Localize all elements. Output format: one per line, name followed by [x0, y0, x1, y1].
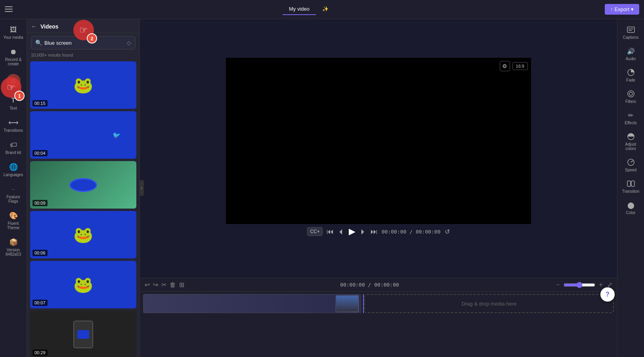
- search-icon: 🔍: [35, 40, 42, 46]
- sidebar-item-transitions[interactable]: ⟷ Transitions: [2, 115, 25, 136]
- sidebar-item-graphics[interactable]: G: [2, 71, 25, 91]
- color-icon: ⬤: [627, 201, 635, 209]
- redo-tl-button[interactable]: ↪: [153, 281, 158, 289]
- video-settings-button[interactable]: ⚙: [500, 61, 510, 71]
- right-tool-transition[interactable]: Transition: [619, 176, 643, 197]
- speed-icon: [627, 158, 635, 167]
- your-media-icon: 🖼: [9, 25, 18, 34]
- right-tool-adjust-colors[interactable]: Adjust colors: [619, 129, 643, 154]
- feature-flags-icon: ···: [9, 185, 18, 194]
- frog-emoji-1: 🐸: [73, 76, 93, 95]
- svg-rect-8: [627, 181, 631, 186]
- brand-kit-icon: 🏷: [9, 141, 18, 149]
- thumbnail-item[interactable]: 🐸 00:07: [30, 261, 136, 308]
- sidebar-item-version[interactable]: 📦 Version 8482a53: [2, 235, 25, 260]
- zoom-slider[interactable]: [564, 282, 595, 288]
- add-to-timeline-button[interactable]: ⊞: [179, 281, 184, 289]
- captions-icon: [627, 25, 635, 34]
- help-button-container: ?: [600, 287, 615, 302]
- menu-icon[interactable]: [5, 6, 13, 13]
- thumb-duration-1: 00:15: [32, 100, 48, 106]
- export-dropdown-icon: ▾: [631, 6, 634, 12]
- timeline-toolbar: ↩ ↪ ✂ 🗑 ⊞ 00:00:00 / 00:00:00 － ＋ ⤢: [140, 278, 617, 292]
- video-preview: ⚙ 16:9 CC+ ⏮ ⏴ ▶ ⏵ ⏭ 00:00:00 / 00:00:00…: [140, 19, 617, 278]
- frog-emoji-2: 🐸: [73, 226, 93, 244]
- step-forward-button[interactable]: ⏵: [359, 228, 367, 236]
- track-clip[interactable]: [143, 294, 361, 313]
- sidebar-item-fluent-theme[interactable]: 🎨 Fluent Theme: [2, 208, 25, 233]
- export-icon: ↑: [610, 6, 613, 12]
- search-bar: 🔍 ◇: [31, 36, 136, 49]
- tab-my-video[interactable]: My video: [283, 4, 316, 15]
- tab-ai-magic[interactable]: ✨: [316, 4, 335, 15]
- back-arrow-icon: ←: [31, 23, 37, 30]
- sidebar-item-text[interactable]: T Text: [2, 93, 25, 114]
- right-tool-filters[interactable]: Filters: [619, 86, 643, 107]
- right-tool-speed[interactable]: Speed: [619, 155, 643, 175]
- thumbnail-item[interactable]: 🐸 00:15: [30, 61, 136, 109]
- video-track: Drag & drop media here: [143, 294, 614, 313]
- time-display: 00:00:00 / 00:00:00: [382, 229, 441, 235]
- thumbnail-item[interactable]: 00:09: [30, 161, 136, 209]
- search-input[interactable]: [44, 40, 124, 46]
- panel-header: ← Videos: [27, 19, 140, 33]
- thumbnail-item[interactable]: 🐸 00:06: [30, 211, 136, 258]
- delete-button[interactable]: 🗑: [170, 281, 176, 289]
- timeline-tracks: Drag & drop media here: [140, 292, 617, 357]
- right-tool-audio[interactable]: 🔊 Audio: [619, 44, 643, 64]
- video-canvas: ⚙ 16:9: [226, 58, 531, 224]
- thumbnails-grid: 🐸 00:15 🐦 00:04 00:09: [27, 60, 140, 357]
- redo-button[interactable]: ↺: [445, 228, 450, 235]
- aspect-ratio-button[interactable]: 16:9: [512, 62, 528, 70]
- skip-back-button[interactable]: ⏮: [327, 228, 334, 236]
- audio-icon: 🔊: [627, 47, 635, 55]
- thumbnail-item[interactable]: 🐦 00:04: [30, 111, 136, 159]
- help-icon: ?: [606, 291, 610, 298]
- right-tool-color[interactable]: ⬤ Color: [619, 197, 643, 218]
- timeline-time-display: 00:00:00 / 00:00:00: [187, 282, 552, 288]
- panel-collapse-handle[interactable]: ‹: [139, 180, 144, 196]
- playback-controls: CC+ ⏮ ⏴ ▶ ⏵ ⏭ 00:00:00 / 00:00:00 ↺: [301, 224, 456, 239]
- help-button[interactable]: ?: [600, 287, 615, 302]
- svg-point-5: [629, 92, 633, 95]
- cut-button[interactable]: ✂: [161, 281, 166, 289]
- captions-button[interactable]: CC+: [307, 227, 322, 236]
- version-icon: 📦: [9, 238, 18, 247]
- zoom-controls: － ＋: [555, 281, 604, 289]
- diamond-icon[interactable]: ◇: [127, 40, 131, 46]
- transitions-icon: ⟷: [9, 118, 18, 127]
- skip-forward-button[interactable]: ⏭: [371, 228, 378, 236]
- right-tool-captions[interactable]: Captions: [619, 22, 643, 43]
- zoom-out-button[interactable]: －: [555, 281, 561, 289]
- text-icon: T: [9, 96, 18, 105]
- topbar-center: My video ✨: [13, 4, 605, 15]
- fluent-theme-icon: 🎨: [9, 211, 18, 220]
- adjust-colors-icon: [627, 132, 635, 141]
- thumbnail-item[interactable]: 00:29: [30, 311, 136, 357]
- bird-icon: 🐦: [113, 131, 120, 139]
- right-tool-fade[interactable]: Fade: [619, 65, 643, 85]
- sidebar-item-languages[interactable]: 🌐 Languages: [2, 160, 25, 180]
- svg-rect-0: [627, 27, 634, 32]
- topbar-right: ↑ Export ▾: [605, 4, 639, 15]
- sidebar-item-record-create[interactable]: ⏺ Record & create: [2, 44, 25, 69]
- languages-icon: 🌐: [9, 163, 18, 171]
- sidebar-item-brand-kit[interactable]: 🏷 Brand kit: [2, 137, 25, 158]
- step-back-button[interactable]: ⏴: [338, 228, 345, 236]
- thumb-duration-5: 00:07: [32, 300, 48, 306]
- sidebar-item-feature-flags[interactable]: ··· Feature Flags: [2, 182, 25, 207]
- undo-button[interactable]: ↩: [145, 281, 150, 289]
- sidebar-item-your-media[interactable]: 🖼 Your media: [2, 22, 25, 43]
- left-sidebar: 🖼 Your media ⏺ Record & create G T Text …: [0, 19, 27, 357]
- svg-point-4: [628, 91, 634, 97]
- back-button[interactable]: ←: [31, 23, 37, 30]
- timeline-area: ↩ ↪ ✂ 🗑 ⊞ 00:00:00 / 00:00:00 － ＋ ⤢: [140, 278, 617, 357]
- oval-shape: [69, 178, 97, 192]
- avatar[interactable]: G: [6, 74, 21, 88]
- right-sidebar: Captions 🔊 Audio Fade Filters ✏ Effects: [617, 19, 644, 357]
- right-tool-effects[interactable]: ✏ Effects: [619, 108, 643, 128]
- drop-zone[interactable]: Drag & drop media here: [364, 294, 614, 313]
- thumb-duration-4: 00:06: [32, 250, 48, 256]
- play-button[interactable]: ▶: [349, 226, 355, 237]
- export-button[interactable]: ↑ Export ▾: [605, 4, 639, 15]
